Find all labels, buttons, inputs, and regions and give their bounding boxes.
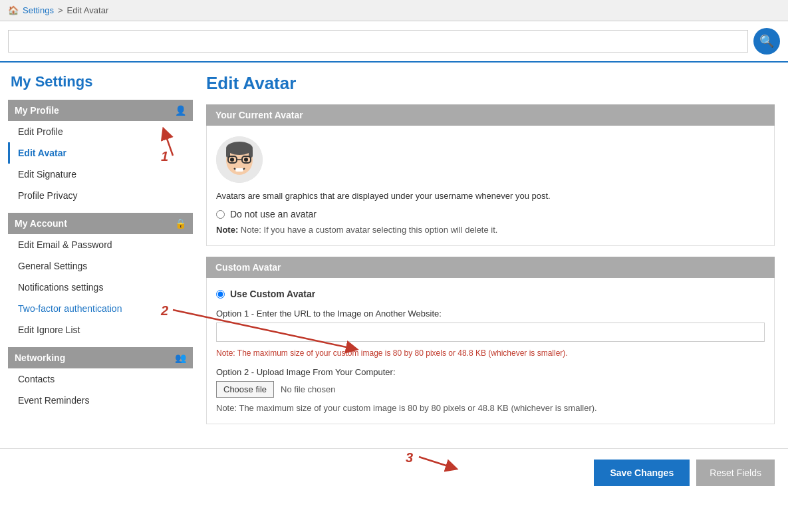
- no-file-text: No file chosen: [281, 384, 335, 394]
- avatar: [216, 136, 263, 183]
- sidebar-item-edit-profile[interactable]: Edit Profile: [8, 121, 193, 142]
- url-input[interactable]: [216, 323, 765, 342]
- sidebar-item-event-reminders[interactable]: Event Reminders: [8, 390, 193, 411]
- option1-label: Option 1 - Enter the URL to the Image on…: [216, 309, 765, 319]
- profile-icon: 👤: [175, 105, 186, 116]
- sidebar-section-networking: Networking 👥 Contacts Event Reminders: [8, 347, 193, 411]
- breadcrumb-settings[interactable]: Settings: [23, 5, 54, 15]
- no-avatar-label: Do not use an avatar: [230, 209, 317, 219]
- use-custom-avatar-option: Use Custom Avatar: [216, 289, 765, 299]
- breadcrumb-separator: >: [58, 5, 63, 15]
- svg-line-16: [419, 457, 452, 467]
- custom-avatar-body: Use Custom Avatar Option 1 - Enter the U…: [206, 278, 775, 424]
- no-avatar-option: Do not use an avatar: [216, 209, 765, 219]
- svg-rect-14: [235, 168, 243, 172]
- sidebar-section-account: My Account 🔒 Edit Email & Password Gener…: [8, 213, 193, 340]
- sidebar-item-edit-signature[interactable]: Edit Signature: [8, 164, 193, 185]
- svg-point-13: [244, 158, 248, 162]
- sidebar-item-general-settings[interactable]: General Settings: [8, 255, 193, 277]
- search-bar: 🔍: [0, 21, 788, 63]
- current-avatar-section: Your Current Avatar: [206, 104, 775, 246]
- home-icon: 🏠: [8, 5, 19, 15]
- sidebar-section-profile: My Profile 👤 Edit Profile Edit Avatar Ed…: [8, 100, 193, 206]
- sidebar-item-ignore-list[interactable]: Edit Ignore List: [8, 319, 193, 340]
- sidebar-networking-header: Networking 👥: [8, 347, 193, 368]
- current-avatar-header: Your Current Avatar: [206, 104, 775, 126]
- no-avatar-note: Note: Note: If you have a custom avatar …: [216, 225, 765, 235]
- file-upload-row: Choose file No file chosen: [216, 381, 765, 398]
- sidebar-item-edit-avatar[interactable]: Edit Avatar: [8, 142, 193, 164]
- sidebar: My Settings My Profile 👤 Edit Profile Ed…: [0, 63, 193, 428]
- sidebar-title: My Settings: [8, 73, 193, 90]
- lock-icon: 🔒: [175, 218, 186, 229]
- no-avatar-radio[interactable]: [216, 210, 225, 219]
- search-button[interactable]: 🔍: [753, 28, 780, 55]
- page-title: Edit Avatar: [206, 73, 775, 94]
- svg-point-12: [230, 158, 234, 162]
- breadcrumb-current: Edit Avatar: [67, 5, 109, 15]
- avatar-svg: [216, 136, 263, 183]
- sidebar-item-profile-privacy[interactable]: Profile Privacy: [8, 185, 193, 206]
- option2-label: Option 2 - Upload Image From Your Comput…: [216, 367, 765, 377]
- footer-buttons: 3 Save Changes Reset Fields: [0, 448, 788, 497]
- current-avatar-body: Avatars are small graphics that are disp…: [206, 126, 775, 246]
- search-input[interactable]: [8, 30, 748, 53]
- use-custom-radio[interactable]: [216, 290, 225, 299]
- reset-fields-button[interactable]: Reset Fields: [696, 460, 775, 486]
- sidebar-account-header: My Account 🔒: [8, 213, 193, 234]
- choose-file-button[interactable]: Choose file: [216, 381, 274, 398]
- networking-icon: 👥: [175, 352, 186, 363]
- max-size-note-2: Note: The maximum size of your custom im…: [216, 403, 765, 413]
- custom-avatar-section: Custom Avatar Use Custom Avatar Option 1…: [206, 257, 775, 424]
- sidebar-item-contacts[interactable]: Contacts: [8, 368, 193, 390]
- main-layout: My Settings My Profile 👤 Edit Profile Ed…: [0, 63, 788, 448]
- svg-text:3: 3: [406, 450, 413, 465]
- breadcrumb-bar: 🏠 Settings > Edit Avatar: [0, 0, 788, 21]
- avatar-description: Avatars are small graphics that are disp…: [216, 191, 765, 201]
- custom-avatar-header: Custom Avatar: [206, 257, 775, 278]
- use-custom-label: Use Custom Avatar: [230, 289, 315, 299]
- max-size-note-1: Note: The maximum size of your custom im…: [216, 348, 765, 358]
- sidebar-item-notifications[interactable]: Notifications settings: [8, 277, 193, 298]
- sidebar-item-2fa[interactable]: Two-factor authentication: [8, 298, 193, 319]
- save-changes-button[interactable]: Save Changes: [594, 460, 690, 486]
- sidebar-profile-header: My Profile 👤: [8, 100, 193, 121]
- content-area: 1 2 Edit Avatar Your Current Avatar: [193, 63, 788, 448]
- sidebar-item-edit-email-password[interactable]: Edit Email & Password: [8, 234, 193, 255]
